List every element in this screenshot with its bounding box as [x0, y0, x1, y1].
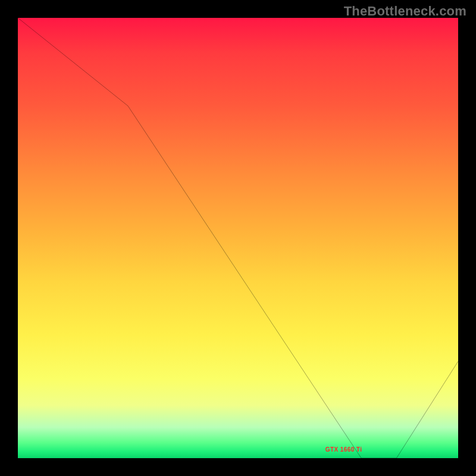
bottleneck-curve-path: [18, 18, 458, 458]
watermark-text: TheBottleneck.com: [344, 4, 466, 19]
chart-frame: TheBottleneck.com GTX 1660 Ti: [0, 0, 476, 476]
line-plot: [18, 18, 458, 458]
plot-area: GTX 1660 Ti: [18, 18, 458, 458]
annotation-label: GTX 1660 Ti: [325, 446, 362, 453]
